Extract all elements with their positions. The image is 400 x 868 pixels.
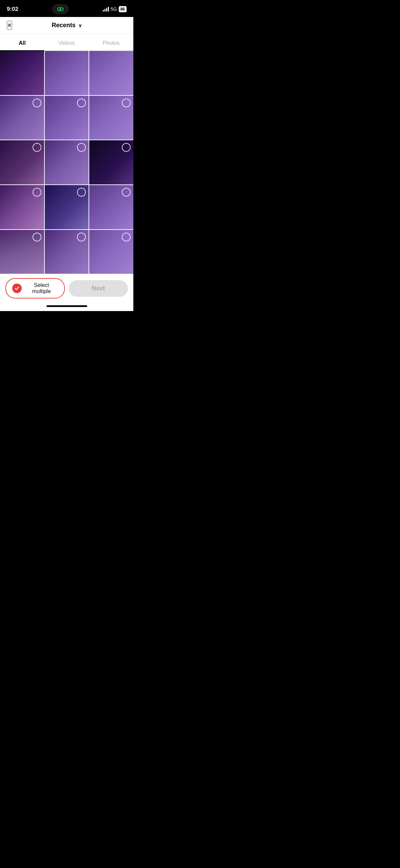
selection-circle[interactable] [33,143,41,152]
photo-cell[interactable] [0,230,44,274]
battery-indicator: 86 [119,6,127,12]
status-bar: 9:02 5G 86 [0,0,133,17]
tab-photos[interactable]: Photos [89,37,133,50]
photo-cell[interactable] [45,230,89,274]
signal-icon [103,7,109,12]
header: × Recents ∨ [0,17,133,34]
selection-circle[interactable] [122,188,131,197]
status-center-pill [52,4,69,14]
status-right: 5G 86 [103,6,127,12]
bottom-bar: Select multiple Next [0,274,133,303]
photo-cell[interactable] [89,140,133,184]
photo-cell[interactable] [0,140,44,184]
home-indicator [0,303,133,311]
selection-circle[interactable] [33,233,41,241]
selection-circle[interactable] [33,188,41,197]
chevron-down-icon[interactable]: ∨ [78,23,82,28]
check-icon [12,284,22,293]
app-logo-icon [57,5,64,13]
select-multiple-label: Select multiple [25,282,58,294]
home-bar [46,305,87,307]
photo-cell[interactable] [0,96,44,140]
selection-circle[interactable] [122,98,131,107]
status-time: 9:02 [7,6,18,13]
photo-thumbnail [45,51,89,95]
next-button[interactable]: Next [69,280,128,297]
photo-cell[interactable] [45,185,89,229]
photo-cell[interactable] [45,51,89,95]
photo-cell[interactable] [89,96,133,140]
photo-grid [0,51,133,274]
selection-circle[interactable] [77,98,86,107]
photo-cell[interactable] [45,140,89,184]
photo-cell[interactable] [89,230,133,274]
header-title-text: Recents [52,22,75,29]
photo-cell[interactable] [89,185,133,229]
selection-circle[interactable] [33,98,41,107]
selection-circle[interactable] [77,233,86,241]
photo-thumbnail [89,51,133,95]
close-button[interactable]: × [7,21,12,30]
network-label: 5G [111,6,117,12]
tab-all[interactable]: All [0,37,44,50]
select-multiple-button[interactable]: Select multiple [5,278,65,299]
tab-videos[interactable]: Videos [44,37,89,50]
photo-cell[interactable] [0,51,44,95]
photo-cell[interactable] [0,185,44,229]
photo-cell[interactable] [45,96,89,140]
selection-circle[interactable] [122,233,131,241]
header-title: Recents ∨ [52,22,81,29]
tabs-bar: All Videos Photos [0,34,133,51]
photo-cell[interactable] [89,51,133,95]
photo-thumbnail [0,51,44,95]
